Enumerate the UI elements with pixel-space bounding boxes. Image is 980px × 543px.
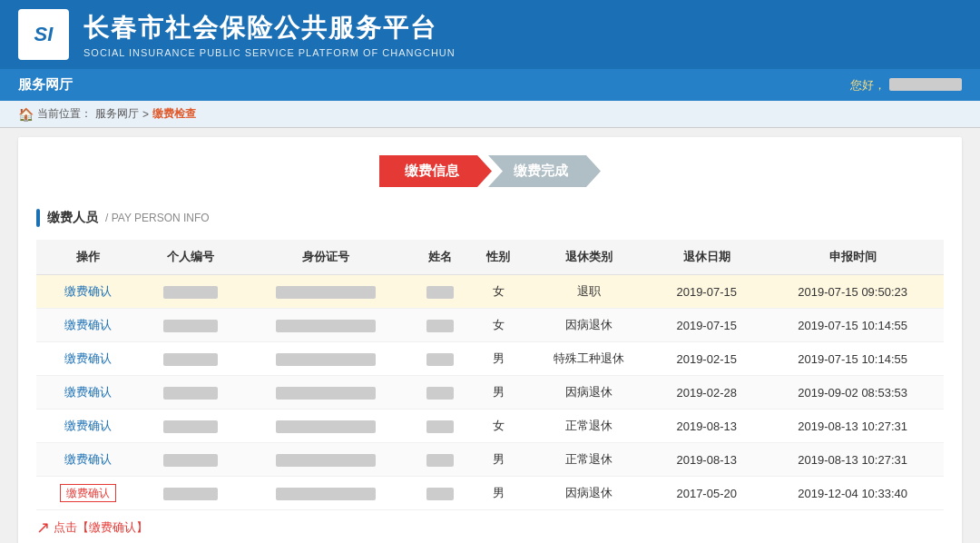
cell-idcard [241, 342, 409, 376]
cell-gender: 女 [471, 275, 527, 309]
cell-name [409, 443, 471, 477]
annotation: ↗ 点击【缴费确认】 [36, 518, 944, 538]
breadcrumb: 🏠 当前位置： 服务网厅 > 缴费检查 [0, 101, 980, 128]
cell-retire-type: 因病退休 [526, 376, 652, 410]
navbar-user: 您好， [850, 77, 962, 94]
action-button[interactable]: 缴费确认 [64, 318, 112, 331]
table-row: 缴费确认 女因病退休2019-07-152019-07-15 10:14:55 [36, 309, 944, 342]
action-button[interactable]: 缴费确认 [64, 452, 112, 466]
cell-retire-date: 2019-08-13 [652, 410, 761, 443]
cell-gender: 男 [471, 342, 527, 376]
step-1: 缴费信息 [379, 155, 492, 187]
cell-idcard [241, 309, 409, 342]
annotation-arrow-icon: ↗ [36, 518, 50, 538]
col-action: 操作 [36, 240, 141, 275]
step-2-label: 缴费完成 [514, 163, 568, 178]
cell-personal-id [141, 443, 242, 477]
cell-retire-date: 2017-05-20 [652, 477, 761, 510]
cell-personal-id [141, 376, 242, 410]
action-button[interactable]: 缴费确认 [60, 484, 116, 502]
cell-action: 缴费确认 [36, 376, 141, 410]
cell-gender: 男 [471, 376, 527, 410]
name-value [426, 488, 454, 500]
name-value [426, 420, 454, 433]
action-button[interactable]: 缴费确认 [64, 284, 112, 298]
section-bar-icon [36, 209, 40, 227]
cell-report-time: 2019-07-15 10:14:55 [761, 342, 944, 376]
navbar: 服务网厅 您好， [0, 69, 980, 101]
col-retire-date: 退休日期 [652, 240, 761, 275]
cell-action: 缴费确认 [36, 477, 141, 510]
cell-idcard [241, 477, 409, 510]
action-button[interactable]: 缴费确认 [64, 419, 112, 432]
cell-action: 缴费确认 [36, 342, 141, 376]
breadcrumb-separator: > [142, 108, 149, 121]
cell-idcard [241, 443, 409, 477]
cell-personal-id [141, 309, 242, 342]
action-button[interactable]: 缴费确认 [64, 351, 112, 365]
idcard-value [276, 454, 376, 467]
col-name: 姓名 [409, 240, 471, 275]
section-title: 缴费人员 [47, 210, 98, 226]
home-icon: 🏠 [18, 107, 34, 122]
table-body: 缴费确认 女退职2019-07-152019-07-15 09:50:23缴费确… [36, 275, 944, 510]
table-row: 缴费确认 男特殊工种退休2019-02-152019-07-15 10:14:5… [36, 342, 944, 376]
annotation-text: 点击【缴费确认】 [54, 519, 148, 536]
name-value [426, 387, 454, 400]
personal-id-value [163, 488, 218, 500]
table-row: 缴费确认 女正常退休2019-08-132019-08-13 10:27:31 [36, 410, 944, 443]
cell-retire-date: 2019-02-15 [652, 342, 761, 376]
cell-retire-type: 特殊工种退休 [526, 342, 652, 376]
logo-text: SI [34, 23, 54, 46]
cell-report-time: 2019-09-02 08:53:53 [761, 376, 944, 410]
breadcrumb-parent: 服务网厅 [95, 106, 139, 122]
cell-personal-id [141, 275, 242, 309]
idcard-value [276, 420, 376, 433]
cell-name [409, 376, 471, 410]
cell-name [409, 477, 471, 510]
table-row: 缴费确认 男因病退休2017-05-202019-12-04 10:33:40 [36, 477, 944, 510]
section-header: 缴费人员 / PAY PERSON INFO [36, 209, 944, 227]
table-row: 缴费确认 女退职2019-07-152019-07-15 09:50:23 [36, 275, 944, 309]
idcard-value [276, 353, 376, 366]
idcard-value [276, 286, 376, 299]
cell-gender: 男 [471, 477, 527, 510]
personal-id-value [163, 353, 218, 366]
cell-retire-date: 2019-07-15 [652, 275, 761, 309]
table-header: 操作 个人编号 身份证号 姓名 性别 退休类别 退休日期 申报时间 [36, 240, 944, 275]
cell-name [409, 410, 471, 443]
navbar-label[interactable]: 服务网厅 [18, 76, 73, 94]
cell-action: 缴费确认 [36, 410, 141, 443]
cell-retire-type: 因病退休 [526, 477, 652, 510]
header-text: 长春市社会保险公共服务平台 SOCIAL INSURANCE PUBLIC SE… [83, 11, 456, 58]
greeting-text: 您好， [850, 78, 886, 92]
idcard-value [276, 387, 376, 400]
section-subtitle: / PAY PERSON INFO [105, 212, 210, 224]
site-subtitle: SOCIAL INSURANCE PUBLIC SERVICE PLATFORM… [83, 47, 456, 58]
header: SI 长春市社会保险公共服务平台 SOCIAL INSURANCE PUBLIC… [0, 0, 980, 69]
cell-report-time: 2019-08-13 10:27:31 [761, 410, 944, 443]
cell-gender: 女 [471, 309, 527, 342]
personal-id-value [163, 420, 218, 433]
cell-report-time: 2019-12-04 10:33:40 [761, 477, 944, 510]
personal-id-value [163, 454, 218, 467]
idcard-value [276, 488, 376, 500]
table-row: 缴费确认 男因病退休2019-02-282019-09-02 08:53:53 [36, 376, 944, 410]
cell-retire-date: 2019-02-28 [652, 376, 761, 410]
action-button[interactable]: 缴费确认 [64, 385, 112, 399]
col-retire-type: 退休类别 [526, 240, 652, 275]
cell-retire-type: 正常退休 [526, 443, 652, 477]
cell-name [409, 309, 471, 342]
cell-retire-date: 2019-08-13 [652, 443, 761, 477]
idcard-value [276, 320, 376, 332]
col-id: 个人编号 [141, 240, 242, 275]
cell-action: 缴费确认 [36, 443, 141, 477]
main-content: 缴费信息 缴费完成 缴费人员 / PAY PERSON INFO 操作 个人编号… [18, 137, 962, 543]
cell-retire-type: 退职 [526, 275, 652, 309]
personal-id-value [163, 387, 218, 400]
logo: SI [18, 9, 69, 60]
personal-id-value [163, 286, 218, 299]
breadcrumb-current[interactable]: 缴费检查 [152, 106, 196, 122]
step-2: 缴费完成 [488, 155, 601, 187]
cell-personal-id [141, 477, 242, 510]
